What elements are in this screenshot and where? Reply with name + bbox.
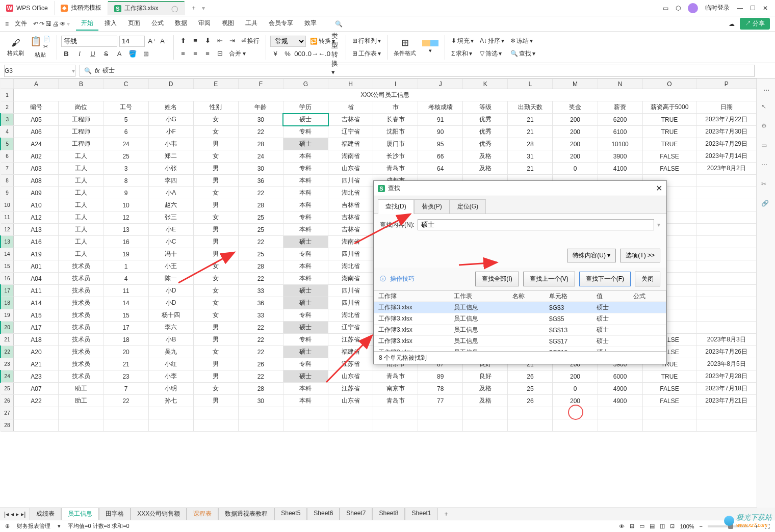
cell[interactable]: 11 [104,285,148,297]
cell[interactable]: 小G [148,114,193,126]
cell[interactable]: A13 [14,224,59,236]
cell[interactable] [238,419,283,432]
col-header[interactable]: P [696,79,757,89]
cell[interactable]: 吴九 [148,346,193,358]
cell[interactable]: 助工 [59,395,104,407]
cell[interactable] [642,419,696,432]
cell[interactable]: 男 [193,358,238,370]
header-cell[interactable]: 奖金 [553,101,598,114]
header-cell[interactable]: 姓名 [148,101,193,114]
cell[interactable]: A08 [14,175,59,187]
cell[interactable]: 青岛市 [373,163,418,175]
cell[interactable]: TRUE [642,114,696,126]
align-top[interactable]: ⬆ [178,36,188,46]
cell[interactable]: 26 [238,358,283,370]
cell[interactable]: 20 [104,346,148,358]
cell[interactable]: 工人 [59,211,104,224]
cell[interactable]: 15 [104,309,148,322]
view-page-icon[interactable]: ▤ [650,523,655,529]
row-header[interactable]: 1 [1,89,14,101]
formula-input[interactable]: 🔍 fx 硕士 [80,65,755,77]
share-button[interactable]: ↗ 分享 [740,18,770,30]
cell[interactable]: 技术员 [59,358,104,370]
cell[interactable]: 男 [193,236,238,248]
row-header[interactable]: 20 [1,322,14,334]
sheet-tab-田字格[interactable]: 田字格 [99,508,131,520]
header-cell[interactable]: 薪资高于5000 [642,101,696,114]
cell[interactable]: 28 [238,138,283,150]
tips-link[interactable]: 操作技巧 [390,275,415,283]
fx-icon[interactable]: fx [95,67,99,74]
cell[interactable]: 8 [104,175,148,187]
cell[interactable]: 22 [238,273,283,285]
rowcol-button[interactable]: ⊞ 行和列 ▾ [350,36,383,46]
cell[interactable]: 男 [193,322,238,334]
cell[interactable]: 男 [193,248,238,260]
cell[interactable]: 工程师 [59,126,104,138]
cell[interactable]: 湖北省 [328,260,373,273]
row-header[interactable]: 3 [1,114,14,126]
cell[interactable]: 张三 [148,211,193,224]
cell[interactable]: 小红 [148,358,193,370]
header-cell[interactable]: 出勤天数 [508,101,553,114]
bold-button[interactable]: B [61,49,71,59]
cell[interactable]: A10 [14,199,59,211]
cell[interactable]: 本科 [283,150,328,163]
cell[interactable]: 小E [148,224,193,236]
special-content-button[interactable]: 特殊内容(U) ▾ [567,249,616,262]
cell[interactable]: 小D [148,297,193,309]
cell[interactable]: 6100 [598,126,642,138]
cell[interactable]: 本科 [283,273,328,285]
number-format-select[interactable]: 常规 [270,36,306,47]
paste-group[interactable]: 📋📄✂ 粘贴 [28,36,53,59]
cell[interactable]: 78 [418,383,463,395]
next-sheet-icon[interactable]: ▸ [16,511,19,518]
col-header[interactable]: H [328,79,373,89]
cell[interactable]: 工人 [59,224,104,236]
find-input[interactable] [418,219,654,230]
col-header[interactable]: B [59,79,104,89]
cell[interactable]: 湖北省 [328,309,373,322]
cell[interactable]: 专科 [283,163,328,175]
menu-工具[interactable]: 工具 [240,17,263,31]
cell[interactable]: 女 [193,346,238,358]
menu-审阅[interactable]: 审阅 [193,17,216,31]
cell[interactable]: 小B [148,334,193,346]
cell[interactable]: 200 [553,114,598,126]
cell[interactable]: 冯十 [148,248,193,260]
cell[interactable]: A17 [14,322,59,334]
cell[interactable]: 本科 [283,175,328,187]
cell[interactable] [328,407,373,419]
cell[interactable]: 硕士 [283,285,328,297]
cell[interactable] [696,248,757,260]
cell-style-button[interactable]: ▾ [420,40,441,54]
row-header[interactable]: 23 [1,358,14,370]
cell[interactable]: A18 [14,334,59,346]
cell[interactable]: 硕士 [283,114,328,126]
copy-icon[interactable]: 📄 [43,36,50,42]
align-bot[interactable]: ⬇ [202,36,213,46]
row-header[interactable]: 27 [1,407,14,419]
cell[interactable]: 江苏省 [328,383,373,395]
format-painter-group[interactable]: 🖌格式刷 [5,38,26,57]
align-mid[interactable]: ≡ [190,36,200,46]
cell[interactable] [696,285,757,297]
zoom-out-button[interactable]: − [700,523,703,529]
col-header[interactable]: G [283,79,328,89]
task-icon[interactable]: ⊕ [5,523,10,529]
cell[interactable]: 24 [104,138,148,150]
cell[interactable]: 男 [193,224,238,236]
cell[interactable]: A14 [14,297,59,309]
cell[interactable] [14,419,59,432]
cell[interactable] [59,419,104,432]
cell[interactable]: 技术员 [59,370,104,383]
cell[interactable]: 男 [193,199,238,211]
row-header[interactable]: 12 [1,224,14,236]
cell[interactable]: 四川省 [328,248,373,260]
cell[interactable]: 22 [104,395,148,407]
cell[interactable]: 山东省 [328,163,373,175]
freeze-button[interactable]: ❄ 冻结 ▾ [508,36,537,46]
cell[interactable]: 1 [104,260,148,273]
search-icon[interactable]: 🔍 [84,67,92,74]
search-icon[interactable]: 🔍 [333,18,345,30]
